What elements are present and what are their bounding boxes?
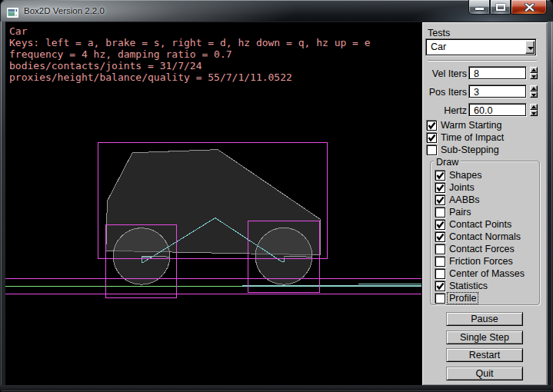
vel-iters-input[interactable]: 8 — [468, 66, 527, 80]
pos-iters-label: Pos Iters — [422, 87, 467, 98]
checkbox-label-contact-normals[interactable]: Contact Normals — [449, 231, 521, 242]
app-icon[interactable] — [7, 7, 18, 17]
checkbox-pairs[interactable] — [435, 208, 445, 218]
checkbox-label-center-of-masses[interactable]: Center of Masses — [449, 268, 525, 279]
checkbox-label-time-of-impact[interactable]: Time of Impact — [441, 132, 504, 143]
pos-iters-spinner-up[interactable] — [530, 85, 538, 91]
checkbox-shapes[interactable] — [435, 171, 445, 181]
maximize-icon — [496, 4, 505, 11]
checkbox-contact-normals[interactable] — [435, 232, 445, 242]
hertz-value: 60.0 — [474, 105, 492, 116]
control-panel: Tests Car Vel Iters8Pos Iters3Hertz60.0 … — [422, 22, 548, 385]
close-button[interactable] — [511, 0, 547, 15]
checkbox-time-of-impact[interactable] — [427, 133, 437, 143]
quit-button[interactable]: Quit — [446, 367, 523, 380]
tests-dropdown-arrow-button[interactable] — [525, 41, 535, 54]
pos-iters-spinner — [530, 85, 538, 98]
minimize-icon — [475, 8, 484, 10]
hud-line-1: Car — [9, 25, 27, 37]
checkbox-label-contact-points[interactable]: Contact Points — [449, 219, 511, 230]
vel-iters-spinner-up[interactable] — [530, 67, 538, 73]
checkbox-label-aabbs[interactable]: AABBs — [449, 194, 480, 205]
joint-front-c — [281, 261, 285, 262]
hertz-spinner-down[interactable] — [530, 110, 538, 116]
maximize-button[interactable] — [490, 0, 511, 15]
tests-dropdown[interactable]: Car — [425, 38, 537, 56]
restart-button[interactable]: Restart — [446, 348, 523, 362]
frame-left-highlight — [1, 22, 2, 390]
checkbox-label-friction-forces[interactable]: Friction Forces — [449, 256, 513, 267]
simulation-canvas[interactable]: CarKeys: left = a, brake = s, right = d,… — [5, 22, 422, 385]
checkbox-label-joints[interactable]: Joints — [449, 182, 475, 193]
hertz-label: Hertz — [422, 105, 467, 116]
application-window: Box2D Version 2.2.0 CarKeys: left = a, b… — [0, 0, 553, 392]
checkbox-joints[interactable] — [435, 183, 445, 193]
checkbox-aabbs[interactable] — [435, 195, 445, 205]
hud-line-3: frequency = 4 hz, damping ratio = 0.7 — [9, 48, 232, 60]
checkbox-statistics[interactable] — [435, 281, 445, 291]
checkbox-sub-stepping[interactable] — [427, 145, 437, 155]
checkbox-label-sub-stepping[interactable]: Sub-Stepping — [441, 145, 499, 155]
checkbox-warm-starting[interactable] — [427, 121, 437, 131]
checkbox-contact-forces[interactable] — [435, 244, 445, 254]
checkbox-contact-points[interactable] — [435, 220, 445, 230]
hertz-input[interactable]: 60.0 — [468, 103, 527, 117]
checkbox-label-warm-starting[interactable]: Warm Starting — [441, 120, 501, 131]
vel-iters-value: 8 — [474, 68, 479, 79]
hud-line-4: bodies/contacts/joints = 31/7/24 — [9, 60, 202, 71]
checkbox-label-statistics[interactable]: Statistics — [449, 281, 488, 291]
chevron-down-icon — [528, 47, 534, 50]
checkbox-label-profile[interactable]: Profile — [448, 293, 478, 304]
tests-dropdown-value: Car — [431, 42, 446, 52]
pos-iters-spinner-down[interactable] — [530, 91, 538, 98]
window-title: Box2D Version 2.2.0 — [24, 6, 105, 15]
draw-group-title: Draw — [434, 158, 461, 168]
tests-label: Tests — [428, 28, 450, 38]
hertz-spinner-up[interactable] — [530, 104, 538, 110]
pos-iters-value: 3 — [474, 87, 479, 98]
checkbox-label-shapes[interactable]: Shapes — [449, 170, 481, 181]
single-step-button[interactable]: Single Step — [446, 331, 523, 344]
hud-line-5: proxies/height/balance/quality = 55/7/1/… — [9, 71, 292, 83]
frame-bottom-highlight — [2, 390, 551, 391]
vel-iters-spinner-down[interactable] — [530, 73, 538, 79]
vel-iters-spinner — [530, 67, 538, 79]
hertz-spinner — [530, 104, 538, 116]
separator — [428, 60, 537, 61]
close-icon — [525, 3, 535, 12]
checkbox-center-of-masses[interactable] — [435, 269, 445, 279]
vel-iters-label: Vel Iters — [422, 68, 467, 79]
checkbox-label-pairs[interactable]: Pairs — [449, 207, 471, 218]
minimize-button[interactable] — [468, 0, 490, 15]
pos-iters-input[interactable]: 3 — [468, 85, 527, 98]
checkbox-profile[interactable] — [435, 294, 445, 304]
hud-line-2: Keys: left = a, brake = s, right = d, hz… — [9, 37, 371, 48]
client-area: CarKeys: left = a, brake = s, right = d,… — [5, 22, 548, 385]
checkbox-friction-forces[interactable] — [435, 257, 445, 267]
checkbox-label-contact-forces[interactable]: Contact Forces — [449, 244, 515, 254]
pause-button[interactable]: Pause — [446, 312, 523, 326]
frame-right-highlight — [551, 22, 552, 390]
